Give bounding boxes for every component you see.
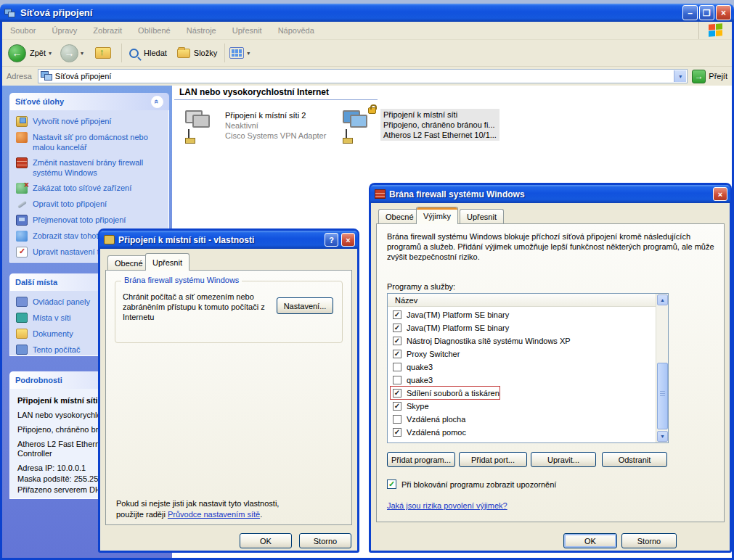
search-icon (129, 49, 139, 58)
connection-icon-vpn[interactable] (184, 107, 220, 145)
risks-link[interactable]: Jaká jsou rizika povolení výjimek? (387, 501, 507, 510)
properties-dialog-titlebar[interactable]: Připojení k místní síti - vlastnosti ? × (99, 231, 358, 249)
menu-upravy[interactable]: Úpravy (52, 26, 77, 35)
checkbox[interactable] (393, 376, 401, 384)
connection-item-vpn[interactable]: Připojení k místní síti 2 Neaktivní Cisc… (225, 110, 326, 141)
menu-oblibene[interactable]: Oblíbené (138, 26, 171, 35)
group-header: LAN nebo vysokorychlostní Internet (179, 87, 329, 97)
task-repair-connection[interactable]: Opravit toto připojení (16, 199, 166, 210)
toolbar-separator (224, 44, 225, 62)
checkbox[interactable]: ✓ (393, 350, 401, 358)
disable-device-icon (16, 183, 28, 194)
network-setup-wizard-link[interactable]: Průvodce nastavením sítě (168, 510, 260, 519)
views-icon (229, 47, 244, 59)
settings-button[interactable]: Nastavení... (277, 297, 333, 314)
minimize-button[interactable]: – (682, 5, 698, 20)
group-header-line (174, 99, 378, 100)
close-button[interactable]: × (341, 233, 355, 247)
exception-row[interactable]: quake3 (388, 361, 656, 374)
connection-item-lan[interactable]: Připojení k místní síti Připojeno, chrán… (380, 109, 499, 141)
checkbox[interactable] (393, 415, 401, 424)
go-button[interactable]: → Přejít (692, 70, 727, 83)
back-dropdown-icon[interactable]: ▾ (49, 50, 52, 57)
status-icon (16, 231, 28, 242)
cancel-button[interactable]: Storno (621, 533, 677, 548)
ok-button[interactable]: OK (563, 533, 617, 548)
notify-checkbox-row[interactable]: ✓ Při blokování programu zobrazit upozor… (387, 479, 556, 489)
network-places-icon (16, 313, 28, 323)
connection-icon-lan[interactable] (341, 107, 378, 145)
exception-row[interactable]: ✓ Java(TM) Platform SE binary (388, 308, 656, 321)
collapse-chevron-icon[interactable]: « (151, 96, 163, 108)
cancel-button[interactable]: Storno (299, 533, 351, 548)
exception-row[interactable]: ✓ Proxy Switcher (388, 347, 656, 361)
firewall-icon (16, 157, 28, 168)
list-column-header[interactable]: Název (388, 294, 656, 307)
tab-upresnit[interactable]: Upřesnit (145, 253, 189, 271)
back-button[interactable]: ← Zpět ▾ (8, 44, 57, 62)
checkbox[interactable]: ✓ (393, 428, 401, 437)
firewall-group-text: Chránit počítač a síť omezením nebo zabr… (123, 292, 272, 322)
checkbox[interactable]: ✓ (393, 310, 401, 319)
forward-dropdown-icon[interactable]: ▾ (81, 50, 83, 57)
new-connection-icon (16, 116, 28, 127)
scroll-thumb[interactable] (657, 363, 668, 429)
menu-napoveda[interactable]: Nápověda (278, 26, 314, 35)
task-home-network[interactable]: Nastavit síť pro domácnost nebo malou ka… (16, 132, 166, 152)
delete-button[interactable]: Odstranit (602, 452, 667, 467)
task-create-connection[interactable]: Vytvořit nové připojení (16, 116, 166, 127)
exception-row[interactable]: ✓ Skype (388, 400, 656, 413)
add-port-button[interactable]: Přidat port... (459, 452, 527, 467)
exception-row[interactable]: ✓ Vzdálená pomoc (388, 426, 656, 439)
notify-checkbox[interactable]: ✓ (387, 479, 396, 489)
add-program-button[interactable]: Přidat program... (387, 452, 455, 467)
maximize-button[interactable]: ❒ (699, 5, 714, 20)
exception-row[interactable]: quake3 (388, 374, 656, 387)
up-folder-button[interactable] (95, 47, 111, 59)
lock-icon (368, 107, 376, 114)
menu-soubor[interactable]: Soubor (10, 26, 36, 35)
exception-row[interactable]: ✓ Nástroj Diagnostika sítě systému Windo… (388, 334, 656, 347)
menu-nastroje[interactable]: Nástroje (187, 26, 216, 35)
close-button[interactable]: × (713, 187, 727, 201)
ok-button[interactable]: OK (240, 533, 292, 548)
firewall-dialog-titlebar[interactable]: Brána firewall systému Windows × (370, 185, 730, 203)
exception-row[interactable]: Vzdálená plocha (388, 413, 656, 426)
tab-obecne[interactable]: Obecné (107, 255, 150, 271)
edit-button[interactable]: Upravit... (531, 452, 596, 467)
task-rename-connection[interactable]: Přejmenovat toto připojení (16, 215, 166, 226)
forward-button[interactable]: → (60, 44, 78, 62)
checkbox[interactable]: ✓ (393, 337, 401, 345)
scroll-down-icon[interactable]: ▼ (657, 431, 668, 442)
toolbar: ← Zpět ▾ → ▾ Hledat Složky ▾ (2, 40, 732, 67)
back-icon: ← (8, 44, 26, 62)
menu-zobrazit[interactable]: Zobrazit (93, 26, 122, 35)
tab-vyjimky[interactable]: Výjimky (416, 207, 458, 224)
folders-icon (177, 49, 190, 58)
task-disable-device[interactable]: Zakázat toto síťové zařízení (16, 183, 166, 194)
main-window-titlebar[interactable]: Síťová připojení – ❒ × (0, 4, 734, 22)
close-button[interactable]: × (716, 5, 731, 20)
home-network-icon (16, 132, 28, 143)
folders-button[interactable]: Složky (177, 49, 220, 58)
checkbox[interactable]: ✓ (393, 402, 401, 411)
task-firewall-settings[interactable]: Změnit nastavení brány firewall systému … (16, 157, 166, 178)
tab-obecne[interactable]: Obecné (378, 209, 421, 224)
toolbar-separator (121, 44, 122, 62)
search-button[interactable]: Hledat (129, 49, 170, 58)
tab-upresnit[interactable]: Upřesnit (460, 209, 504, 224)
views-button[interactable]: ▾ (229, 47, 256, 59)
address-input[interactable]: Síťová připojení ▾ (38, 69, 688, 83)
checkbox[interactable]: ✓ (393, 324, 401, 332)
exceptions-list[interactable]: Název ✓ Java(TM) Platform SE binary ✓ Ja… (387, 293, 669, 443)
properties-tab-page: Brána firewall systému Windows Chránit p… (105, 270, 352, 525)
network-tasks-header[interactable]: Síťové úlohy « (9, 93, 169, 110)
change-settings-icon (16, 247, 28, 258)
help-button[interactable]: ? (325, 233, 338, 247)
list-scrollbar[interactable]: ▲ ▼ (656, 294, 668, 442)
checkbox[interactable] (393, 363, 401, 371)
address-dropdown-icon[interactable]: ▾ (674, 70, 686, 82)
exception-row[interactable]: ✓ Java(TM) Platform SE binary (388, 321, 656, 334)
scroll-up-icon[interactable]: ▲ (657, 295, 668, 305)
menu-upresnit[interactable]: Upřesnit (232, 26, 262, 35)
